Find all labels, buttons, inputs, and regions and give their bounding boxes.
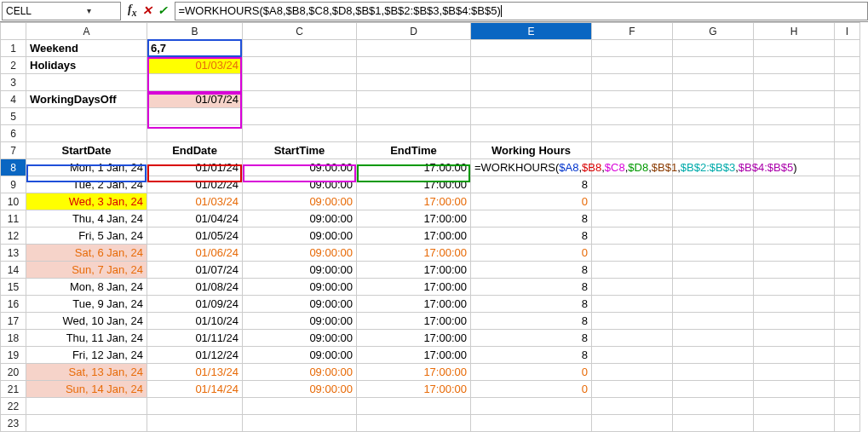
cell-empty-20-2[interactable] <box>754 364 835 381</box>
row-header-6[interactable]: 6 <box>1 125 26 142</box>
cell-empty-2-1[interactable] <box>673 57 754 74</box>
cell-empty-18-3[interactable] <box>835 330 860 347</box>
cell-empty-13-2[interactable] <box>754 245 835 262</box>
cell-B6[interactable] <box>147 125 243 142</box>
cell-D12[interactable]: 17:00:00 <box>357 228 471 245</box>
cell-B12[interactable]: 01/05/24 <box>147 228 243 245</box>
cell-empty-22-0[interactable] <box>26 398 147 415</box>
cell-empty-15-0[interactable] <box>592 279 673 296</box>
cell-empty-5-2[interactable] <box>754 108 835 125</box>
cell-empty-4-3[interactable] <box>835 91 860 108</box>
cell-empty-18-0[interactable] <box>592 330 673 347</box>
cell-E8[interactable]: =WORKHOURS($A8,$B8,$C8,$D8,$B$1,$B$2:$B$… <box>471 159 592 176</box>
cell-B11[interactable]: 01/04/24 <box>147 210 243 228</box>
cell-empty-8-3[interactable] <box>835 159 860 176</box>
cell-empty-1-3[interactable] <box>835 40 860 57</box>
cell-E4[interactable] <box>471 91 592 108</box>
cell-empty-23-8[interactable] <box>835 415 860 432</box>
cell-empty-11-3[interactable] <box>835 210 860 228</box>
cell-B20[interactable]: 01/13/24 <box>147 364 243 381</box>
cell-empty-23-3[interactable] <box>357 415 471 432</box>
cell-empty-23-6[interactable] <box>673 415 754 432</box>
col-header-I[interactable]: I <box>835 23 860 40</box>
cell-empty-12-2[interactable] <box>754 228 835 245</box>
cell-empty-22-4[interactable] <box>471 398 592 415</box>
col-header-H[interactable]: H <box>754 23 835 40</box>
cell-D4[interactable] <box>357 91 471 108</box>
cell-E12[interactable]: 8 <box>471 228 592 245</box>
cell-A13[interactable]: Sat, 6 Jan, 24 <box>26 245 147 262</box>
cell-B9[interactable]: 01/02/24 <box>147 176 243 193</box>
cell-empty-18-2[interactable] <box>754 330 835 347</box>
cell-empty-15-1[interactable] <box>673 279 754 296</box>
cell-B8[interactable]: 01/01/24 <box>147 159 243 176</box>
cell-empty-5-1[interactable] <box>673 108 754 125</box>
cell-B19[interactable]: 01/12/24 <box>147 347 243 364</box>
cell-empty-3-2[interactable] <box>754 74 835 91</box>
row-header-3[interactable]: 3 <box>1 74 26 91</box>
cell-D15[interactable]: 17:00:00 <box>357 279 471 296</box>
row-header-16[interactable]: 16 <box>1 296 26 313</box>
cell-E3[interactable] <box>471 74 592 91</box>
cell-B1[interactable]: 6,7 <box>147 40 243 57</box>
cell-E11[interactable]: 8 <box>471 210 592 228</box>
cell-D10[interactable]: 17:00:00 <box>357 193 471 210</box>
cell-empty-18-1[interactable] <box>673 330 754 347</box>
row-header-17[interactable]: 17 <box>1 313 26 330</box>
cell-empty-21-3[interactable] <box>835 381 860 398</box>
cell-D5[interactable] <box>357 108 471 125</box>
cell-D19[interactable]: 17:00:00 <box>357 347 471 364</box>
cell-empty-23-4[interactable] <box>471 415 592 432</box>
cell-C10[interactable]: 09:00:00 <box>243 193 357 210</box>
col-header-B[interactable]: B <box>147 23 243 40</box>
cell-E18[interactable]: 8 <box>471 330 592 347</box>
cell-empty-16-1[interactable] <box>673 296 754 313</box>
cell-empty-22-5[interactable] <box>592 398 673 415</box>
cell-empty-9-2[interactable] <box>754 176 835 193</box>
col-header-C[interactable]: C <box>243 23 357 40</box>
cell-C7[interactable]: StartTime <box>243 142 357 159</box>
row-header-1[interactable]: 1 <box>1 40 26 57</box>
cell-E2[interactable] <box>471 57 592 74</box>
cell-empty-16-0[interactable] <box>592 296 673 313</box>
cell-empty-15-3[interactable] <box>835 279 860 296</box>
cell-D13[interactable]: 17:00:00 <box>357 245 471 262</box>
cell-empty-17-2[interactable] <box>754 313 835 330</box>
cell-empty-10-0[interactable] <box>592 193 673 210</box>
cell-empty-20-1[interactable] <box>673 364 754 381</box>
cell-empty-17-3[interactable] <box>835 313 860 330</box>
cell-empty-23-7[interactable] <box>754 415 835 432</box>
cell-C19[interactable]: 09:00:00 <box>243 347 357 364</box>
cell-A7[interactable]: StartDate <box>26 142 147 159</box>
cell-empty-2-3[interactable] <box>835 57 860 74</box>
cell-A9[interactable]: Tue, 2 Jan, 24 <box>26 176 147 193</box>
cell-empty-19-1[interactable] <box>673 347 754 364</box>
cell-empty-12-1[interactable] <box>673 228 754 245</box>
cell-empty-21-0[interactable] <box>592 381 673 398</box>
cell-empty-23-5[interactable] <box>592 415 673 432</box>
cell-A8[interactable]: Mon, 1 Jan, 24 <box>26 159 147 176</box>
cell-A14[interactable]: Sun, 7 Jan, 24 <box>26 262 147 279</box>
col-header-F[interactable]: F <box>592 23 673 40</box>
row-header-4[interactable]: 4 <box>1 91 26 108</box>
cell-B17[interactable]: 01/10/24 <box>147 313 243 330</box>
cell-D8[interactable]: 17:00:00 <box>357 159 471 176</box>
cell-empty-4-0[interactable] <box>592 91 673 108</box>
cell-empty-22-7[interactable] <box>754 398 835 415</box>
cell-A10[interactable]: Wed, 3 Jan, 24 <box>26 193 147 210</box>
row-header-13[interactable]: 13 <box>1 245 26 262</box>
cell-E6[interactable] <box>471 125 592 142</box>
cell-empty-9-1[interactable] <box>673 176 754 193</box>
select-all-cell[interactable] <box>1 23 26 40</box>
row-header-10[interactable]: 10 <box>1 193 26 210</box>
cell-empty-23-1[interactable] <box>147 415 243 432</box>
cell-B16[interactable]: 01/09/24 <box>147 296 243 313</box>
cell-empty-5-0[interactable] <box>592 108 673 125</box>
cell-E16[interactable]: 8 <box>471 296 592 313</box>
cell-C13[interactable]: 09:00:00 <box>243 245 357 262</box>
cell-empty-9-0[interactable] <box>592 176 673 193</box>
cell-A5[interactable] <box>26 108 147 125</box>
cell-empty-19-2[interactable] <box>754 347 835 364</box>
cell-empty-3-0[interactable] <box>592 74 673 91</box>
col-header-G[interactable]: G <box>673 23 754 40</box>
